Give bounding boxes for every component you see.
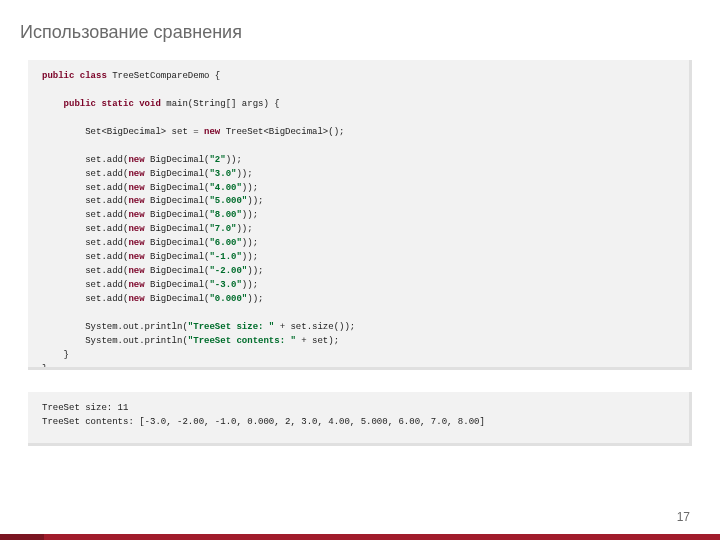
code-text: set.add( — [42, 280, 128, 290]
code-text: public class — [42, 71, 107, 81]
code-text: new — [128, 252, 144, 262]
code-text: TreeSet<BigDecimal>(); — [220, 127, 344, 137]
code-text: "-3.0" — [209, 280, 241, 290]
output-line: TreeSet contents: [-3.0, -2.00, -1.0, 0.… — [42, 417, 485, 427]
code-text: new — [128, 196, 144, 206]
code-text: set.add( — [42, 238, 128, 248]
code-text: new — [204, 127, 220, 137]
code-text: new — [128, 155, 144, 165]
code-text: set.add( — [42, 155, 128, 165]
code-text: "-1.0" — [209, 252, 241, 262]
code-block: public class TreeSetCompareDemo { public… — [28, 60, 692, 370]
code-text: main(String[] args) { — [161, 99, 280, 109]
code-text: "TreeSet size: " — [188, 322, 274, 332]
code-text: "5.000" — [209, 196, 247, 206]
code-text: } — [42, 364, 47, 370]
code-text: )); — [236, 224, 252, 234]
code-text: + set.size()); — [274, 322, 355, 332]
code-text: set.add( — [42, 252, 128, 262]
code-text: TreeSetCompareDemo { — [107, 71, 220, 81]
code-text: "0.000" — [209, 294, 247, 304]
code-text: } — [42, 350, 69, 360]
code-text: BigDecimal( — [145, 210, 210, 220]
code-text: )); — [242, 210, 258, 220]
code-text: BigDecimal( — [145, 224, 210, 234]
code-text: set.add( — [42, 210, 128, 220]
code-text: BigDecimal( — [145, 280, 210, 290]
code-text: new — [128, 183, 144, 193]
code-text: )); — [242, 280, 258, 290]
code-text: new — [128, 238, 144, 248]
code-text: )); — [242, 238, 258, 248]
output-line: TreeSet size: 11 — [42, 403, 128, 413]
code-text: new — [128, 224, 144, 234]
footer-accent — [0, 534, 44, 540]
code-text: "8.00" — [209, 210, 241, 220]
code-text: set.add( — [42, 224, 128, 234]
code-text: set.add( — [42, 196, 128, 206]
footer-bar — [0, 534, 720, 540]
code-text: System.out.println( — [42, 322, 188, 332]
code-text: "3.0" — [209, 169, 236, 179]
code-text: new — [128, 210, 144, 220]
code-text: new — [128, 294, 144, 304]
code-text: "6.00" — [209, 238, 241, 248]
code-text: BigDecimal( — [145, 196, 210, 206]
code-text: )); — [242, 183, 258, 193]
code-text: set.add( — [42, 294, 128, 304]
code-text: )); — [247, 266, 263, 276]
code-text: "-2.00" — [209, 266, 247, 276]
code-text: BigDecimal( — [145, 266, 210, 276]
code-text: + set); — [296, 336, 339, 346]
code-text: Set<BigDecimal> set = — [42, 127, 204, 137]
code-text: "7.0" — [209, 224, 236, 234]
code-text: )); — [247, 294, 263, 304]
code-text: BigDecimal( — [145, 252, 210, 262]
code-text: new — [128, 266, 144, 276]
code-text: BigDecimal( — [145, 155, 210, 165]
code-text: set.add( — [42, 266, 128, 276]
code-text: BigDecimal( — [145, 169, 210, 179]
code-text: "TreeSet contents: " — [188, 336, 296, 346]
code-text: )); — [226, 155, 242, 165]
code-text: BigDecimal( — [145, 183, 210, 193]
page-number: 17 — [677, 510, 690, 524]
code-text: "2" — [209, 155, 225, 165]
code-text: )); — [242, 252, 258, 262]
code-text: new — [128, 280, 144, 290]
code-text: System.out.println( — [42, 336, 188, 346]
code-text: set.add( — [42, 183, 128, 193]
code-text: set.add( — [42, 169, 128, 179]
code-text: public static void — [42, 99, 161, 109]
slide-title: Использование сравнения — [20, 22, 242, 43]
code-text: BigDecimal( — [145, 238, 210, 248]
code-text: )); — [247, 196, 263, 206]
code-text: BigDecimal( — [145, 294, 210, 304]
output-block: TreeSet size: 11 TreeSet contents: [-3.0… — [28, 392, 692, 446]
code-text: new — [128, 169, 144, 179]
code-text: "4.00" — [209, 183, 241, 193]
code-text: )); — [236, 169, 252, 179]
